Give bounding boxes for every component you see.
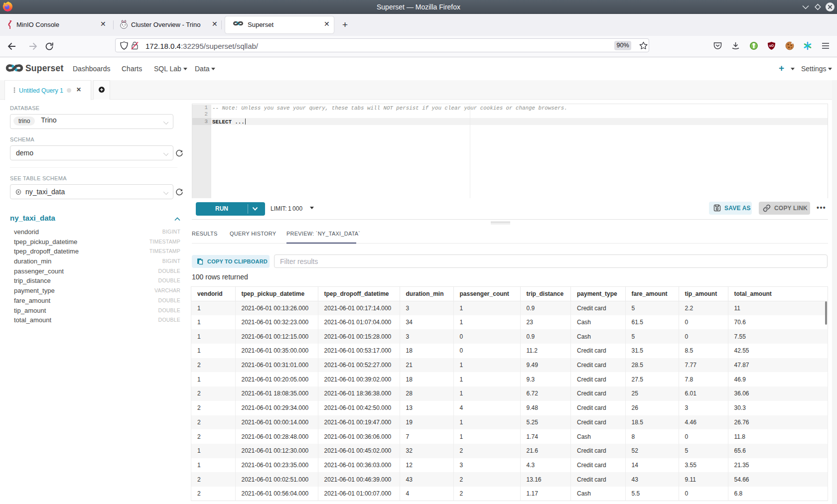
svg-text:uO: uO: [769, 44, 774, 47]
